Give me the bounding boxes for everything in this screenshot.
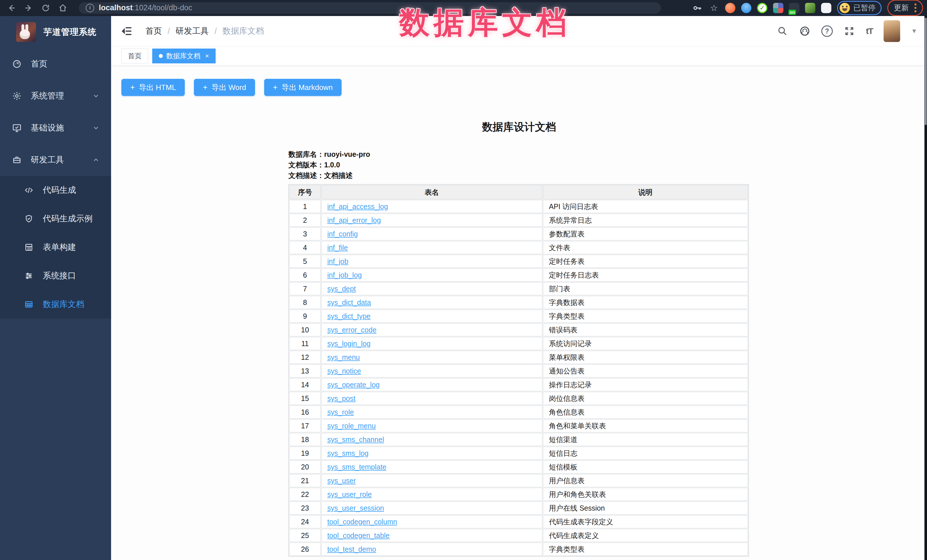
scrollbar-thumb[interactable] <box>925 18 927 125</box>
table-name-cell: sys_role_menu <box>321 419 543 433</box>
ext-orange-icon[interactable] <box>725 3 736 13</box>
back-icon[interactable] <box>6 3 17 13</box>
sidebar-item-infra[interactable]: 基础设施 <box>0 112 111 144</box>
export-word-button[interactable]: + 导出 Word <box>194 79 255 96</box>
table-row: 9sys_dict_type字典类型表 <box>289 310 748 323</box>
search-icon[interactable] <box>777 26 788 37</box>
sidebar-item-label: 基础设施 <box>31 122 64 134</box>
table-desc-cell: 角色信息表 <box>543 405 748 419</box>
sidebar-item-form-builder[interactable]: 表单构建 <box>0 233 111 262</box>
tab-home[interactable]: 首页 <box>122 49 148 64</box>
table-name-link[interactable]: sys_sms_log <box>327 449 369 457</box>
table-row: 19sys_sms_log短信日志 <box>289 447 748 460</box>
github-icon[interactable] <box>799 26 810 37</box>
plus-icon: + <box>203 83 207 92</box>
home-icon[interactable] <box>58 3 68 13</box>
table-header-row: 序号 表名 说明 <box>289 185 748 199</box>
sidebar-item-codegen[interactable]: 代码生成 <box>0 176 111 205</box>
table-row: 20sys_sms_template短信模板 <box>289 460 748 473</box>
table-name-link[interactable]: sys_menu <box>327 353 360 361</box>
browser-update-button[interactable]: 更新 <box>887 0 923 16</box>
table-name-link[interactable]: sys_operate_log <box>327 381 380 389</box>
row-index: 11 <box>289 337 321 350</box>
star-icon[interactable]: ☆ <box>708 3 719 14</box>
breadcrumb-devtools[interactable]: 研发工具 <box>176 26 209 37</box>
table-name-link[interactable]: sys_role <box>327 408 354 416</box>
table-name-link[interactable]: sys_login_log <box>327 340 371 348</box>
table-row: 6inf_job_log定时任务日志表 <box>289 269 748 282</box>
sidebar-item-devtools[interactable]: 研发工具 <box>0 144 111 176</box>
table-name-link[interactable]: sys_user_role <box>327 490 372 498</box>
sidebar-item-codegen-demo[interactable]: 代码生成示例 <box>0 205 111 233</box>
row-index: 2 <box>289 214 321 227</box>
breadcrumb-home[interactable]: 首页 <box>145 26 162 37</box>
site-info-icon[interactable]: i <box>86 4 94 12</box>
table-name-link[interactable]: sys_user <box>327 477 356 485</box>
help-icon[interactable]: ? <box>821 26 833 37</box>
tab-db-doc[interactable]: 数据库文档 × <box>152 49 216 64</box>
sidebar-item-db-doc[interactable]: 数据库文档 <box>0 290 111 319</box>
table-name-link[interactable]: sys_sms_template <box>327 463 386 471</box>
ext-pin-icon[interactable] <box>741 3 751 13</box>
table-name-cell: sys_notice <box>321 364 543 378</box>
sidebar-item-system-api[interactable]: 系统接口 <box>0 262 111 290</box>
table-name-link[interactable]: sys_notice <box>327 367 361 375</box>
table-name-link[interactable]: sys_dict_data <box>327 298 371 307</box>
table-name-link[interactable]: inf_job <box>327 257 348 265</box>
table-name-link[interactable]: sys_error_code <box>327 326 376 334</box>
table-name-cell: tool_test_demo <box>321 543 543 556</box>
ext-grid-icon[interactable] <box>773 3 783 13</box>
table-name-link[interactable]: sys_post <box>327 395 356 402</box>
row-index: 25 <box>289 529 321 542</box>
sidebar-item-home[interactable]: 首页 <box>0 48 111 80</box>
export-html-button[interactable]: + 导出 HTML <box>122 79 185 96</box>
key-icon[interactable] <box>692 3 703 14</box>
table-name-link[interactable]: sys_dept <box>327 285 356 293</box>
table-name-link[interactable]: tool_codegen_table <box>327 531 389 539</box>
table-name-link[interactable]: sys_sms_channel <box>327 436 384 443</box>
table-name-link[interactable]: sys_dict_type <box>327 312 371 320</box>
table-name-link[interactable]: inf_config <box>327 230 358 238</box>
sidebar-item-label: 代码生成示例 <box>43 213 93 225</box>
code-icon <box>23 185 34 196</box>
table-name-link[interactable]: inf_api_access_log <box>327 202 388 211</box>
table-name-link[interactable]: sys_role_menu <box>327 422 376 430</box>
row-index: 8 <box>289 296 321 309</box>
address-bar[interactable]: i localhost:1024/tool/db-doc <box>79 2 661 14</box>
table-name-link[interactable]: tool_test_demo <box>327 545 376 553</box>
table-name-link[interactable]: inf_api_error_log <box>327 216 381 224</box>
row-index: 17 <box>289 419 321 433</box>
meta-db-name: 数据库名：ruoyi-vue-pro <box>289 149 747 159</box>
table-name-link[interactable]: inf_job_log <box>327 271 362 279</box>
table-name-link[interactable]: inf_file <box>327 244 348 252</box>
ext-dark-on-icon[interactable]: on <box>789 3 799 13</box>
form-grid-icon <box>23 242 34 253</box>
app-logo-row[interactable]: 芋道管理系统 <box>0 16 111 48</box>
table-name-link[interactable]: tool_codegen_column <box>327 518 397 526</box>
table-name-link[interactable]: sys_user_session <box>327 504 384 512</box>
sync-paused-label: 已暂停 <box>853 3 875 13</box>
ext-puzzle-icon[interactable] <box>821 3 831 13</box>
close-icon[interactable]: × <box>205 53 209 59</box>
sidebar-collapse-icon[interactable] <box>122 26 133 37</box>
avatar[interactable] <box>884 20 900 42</box>
sidebar-item-system[interactable]: 系统管理 <box>0 80 111 112</box>
table-name-cell: sys_role <box>321 405 543 419</box>
reload-icon[interactable] <box>41 3 51 13</box>
scrollbar-track[interactable] <box>924 16 927 560</box>
table-row: 17sys_role_menu角色和菜单关联表 <box>289 419 748 433</box>
forward-icon[interactable] <box>23 3 34 13</box>
ext-green-check-icon[interactable]: ✓ <box>757 3 767 13</box>
font-size-icon[interactable]: tT <box>866 26 873 36</box>
ext-leaf-icon[interactable] <box>805 3 815 13</box>
table-name-cell: inf_api_error_log <box>321 214 543 227</box>
browser-profile-chip[interactable]: 已暂停 <box>837 1 881 15</box>
table-name-cell: sys_sms_channel <box>321 433 543 446</box>
browser-menu-icon[interactable] <box>915 3 916 12</box>
button-label: 导出 Word <box>211 82 246 93</box>
chevron-down-icon[interactable]: ▼ <box>911 27 917 35</box>
fullscreen-icon[interactable] <box>843 26 855 37</box>
table-desc-cell: 短信模板 <box>543 460 748 473</box>
export-markdown-button[interactable]: + 导出 Markdown <box>264 79 342 96</box>
table-row: 8sys_dict_data字典数据表 <box>289 296 748 309</box>
